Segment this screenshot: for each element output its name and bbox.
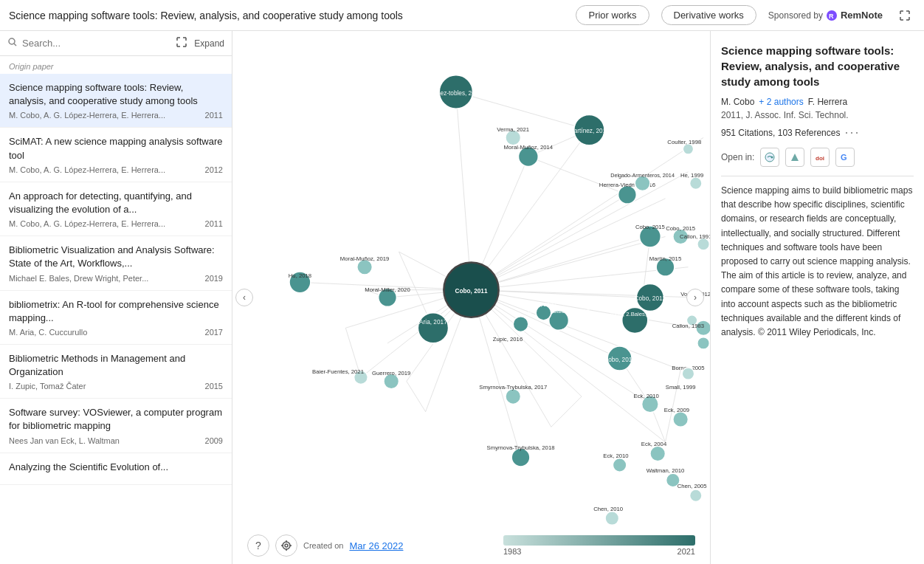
paper-meta: Michael E. Bales, Drew Wright, Peter...2… — [9, 274, 223, 283]
graph-svg: Cobo, 2011 López-tobles, 2019 Martínez, … — [232, 31, 710, 564]
node-zupic-2016[interactable] — [513, 317, 528, 332]
svg-text:Moral-Miller, 2020: Moral-Miller, 2020 — [365, 286, 410, 293]
paper-title: Bibliometric Visualization and Analysis … — [9, 244, 223, 270]
timeline-start: 1983 — [503, 547, 521, 556]
graph-nav-right-button[interactable]: › — [686, 289, 704, 306]
remnote-label: RemNote — [841, 10, 883, 21]
search-input[interactable] — [22, 38, 172, 49]
paper-year: 2011 — [205, 111, 223, 120]
svg-text:Cobo, 2011: Cobo, 2011 — [455, 288, 487, 295]
svg-text:Cobo, 2015: Cobo, 2015 — [635, 224, 665, 230]
svg-text:Aria, 2017: Aria, 2017 — [419, 319, 447, 326]
search-bar: Expand — [0, 31, 232, 56]
node-callon-1991[interactable] — [697, 238, 710, 251]
paper-year: 2009 — [205, 436, 223, 445]
svg-text:Delgado-Armenteros, 2014: Delgado-Armenteros, 2014 — [610, 172, 675, 179]
paper-title: Software survey: VOSviewer, a computer p… — [9, 406, 223, 433]
paper-title: An approach for detecting, quantifying, … — [9, 190, 223, 216]
svg-line-41 — [407, 381, 426, 411]
node-small-1999[interactable] — [682, 368, 694, 380]
derivative-works-button[interactable]: Derivative works — [661, 5, 756, 25]
node-aria-2017[interactable] — [418, 313, 448, 343]
node-he-1999[interactable] — [690, 177, 703, 190]
rp-more-button[interactable]: ··· — [844, 125, 860, 140]
node-coulter-1998[interactable] — [683, 144, 693, 154]
svg-text:Cobo, 2011: Cobo, 2011 — [604, 357, 635, 363]
paper-list-item[interactable]: Analyzing the Scientific Evolution of... — [0, 453, 232, 485]
sponsored-label: Sponsored by R RemNote — [768, 10, 883, 21]
paper-meta: M. Cobo, A. G. López-Herrera, E. Herrera… — [9, 165, 223, 174]
svg-text:Verma, 2021: Verma, 2021 — [497, 126, 529, 133]
fullscreen-button[interactable] — [894, 5, 915, 26]
node-chen-2010[interactable] — [605, 512, 619, 526]
node-eck-2010[interactable] — [613, 458, 627, 472]
svg-text:Eck, 2009: Eck, 2009 — [664, 407, 689, 413]
paper-title: Science mapping software tools: Review, … — [9, 81, 223, 108]
paper-list-item[interactable]: bibliometrix: An R-tool for comprehensiv… — [0, 291, 232, 345]
rp-paper-title: Science mapping software tools: Review, … — [721, 43, 914, 89]
paper-list-item[interactable]: Bibliometric Visualization and Analysis … — [0, 236, 232, 290]
svg-text:G: G — [841, 153, 847, 162]
svg-text:Lou, 2020: Lou, 2020 — [531, 301, 556, 308]
paper-title: Analyzing the Scientific Evolution of... — [9, 461, 223, 474]
help-button[interactable]: ? — [247, 534, 269, 557]
page-title: Science mapping software tools: Review, … — [9, 10, 564, 21]
rp-author-main: M. Cobo — [721, 97, 754, 107]
svg-point-90 — [771, 157, 773, 159]
paper-meta: Nees Jan van Eck, L. Waltman2009 — [9, 436, 223, 445]
svg-text:Zupic, 2016: Zupic, 2016 — [493, 336, 523, 343]
svg-text:He, 1999: He, 1999 — [680, 172, 703, 179]
prior-works-button[interactable]: Prior works — [576, 5, 649, 25]
rp-authors: M. Cobo + 2 authors F. Herrera — [721, 97, 914, 107]
paper-authors: M. Cobo, A. G. López-Herrera, E. Herrera… — [9, 165, 165, 174]
open-in-semantic-scholar[interactable] — [760, 148, 779, 167]
paper-authors: M. Cobo, A. G. López-Herrera, E. Herrera… — [9, 219, 165, 228]
paper-year: 2019 — [205, 274, 223, 283]
paper-authors: I. Zupic, Tomaž Čater — [9, 382, 86, 391]
node-chen-2005[interactable] — [690, 489, 703, 502]
paper-year: 2017 — [205, 328, 223, 337]
svg-text:Martínez, 2014: Martínez, 2014 — [569, 128, 610, 134]
paper-list: Origin paper Science mapping software to… — [0, 56, 232, 564]
target-button[interactable] — [275, 534, 297, 557]
open-in-google-scholar[interactable]: G — [835, 148, 855, 167]
paper-authors: Nees Jan van Eck, L. Waltman — [9, 436, 120, 445]
paper-list-item[interactable]: An approach for detecting, quantifying, … — [0, 182, 232, 236]
expand-button[interactable]: Expand — [194, 38, 224, 49]
paper-meta: M. Cobo, A. G. López-Herrera, E. Herrera… — [9, 111, 223, 120]
svg-text:Cobo, 2015: Cobo, 2015 — [666, 225, 695, 232]
node-borner-2005[interactable] — [697, 337, 710, 350]
timeline: 1983 2021 — [503, 535, 695, 556]
search-icon — [7, 37, 18, 49]
svg-point-2 — [9, 38, 15, 44]
timeline-labels: 1983 2021 — [503, 547, 695, 556]
svg-text:R: R — [829, 13, 834, 20]
origin-label: Origin paper — [0, 56, 232, 74]
open-in-unpaywall[interactable] — [785, 148, 804, 167]
paper-list-item[interactable]: Software survey: VOSviewer, a computer p… — [0, 399, 232, 453]
node-eck-2004[interactable] — [650, 446, 666, 461]
rp-open-in: Open in: doi G — [721, 148, 914, 167]
rp-author-last: F. Herrera — [808, 97, 847, 107]
node-smyrnova-2017[interactable] — [506, 389, 521, 405]
paper-list-item[interactable]: SciMAT: A new science mapping analysis s… — [0, 128, 232, 182]
paper-list-item[interactable]: Bibliometric Methods in Management and O… — [0, 345, 232, 399]
graph-nodes[interactable]: Cobo, 2011 López-tobles, 2019 Martínez, … — [289, 75, 710, 526]
rp-author-more-button[interactable]: + 2 authors — [759, 97, 803, 107]
paper-year: 2015 — [205, 382, 223, 391]
created-date-link[interactable]: Mar 26 2022 — [349, 540, 403, 551]
paper-list-item[interactable]: Science mapping software tools: Review, … — [0, 74, 232, 128]
app-header: Science mapping software tools: Review, … — [0, 0, 924, 31]
open-in-doi[interactable]: doi — [810, 148, 830, 167]
node-eck-2009[interactable] — [673, 412, 689, 427]
expand-icon[interactable] — [176, 37, 187, 49]
svg-text:Guerrero, 2019: Guerrero, 2019 — [372, 370, 410, 376]
svg-text:Callon, 1983: Callon, 1983 — [672, 323, 704, 329]
paper-title: bibliometrix: An R-tool for comprehensiv… — [9, 298, 223, 325]
paper-meta: M. Cobo, A. G. López-Herrera, E. Herrera… — [9, 219, 223, 228]
svg-line-40 — [551, 396, 582, 427]
timeline-bar[interactable] — [503, 535, 695, 546]
graph-nav-left-button[interactable]: ‹ — [235, 289, 253, 306]
graph-controls: ? Created on Mar 26 2022 — [247, 534, 403, 557]
svg-text:Small, 1999: Small, 1999 — [666, 384, 696, 391]
